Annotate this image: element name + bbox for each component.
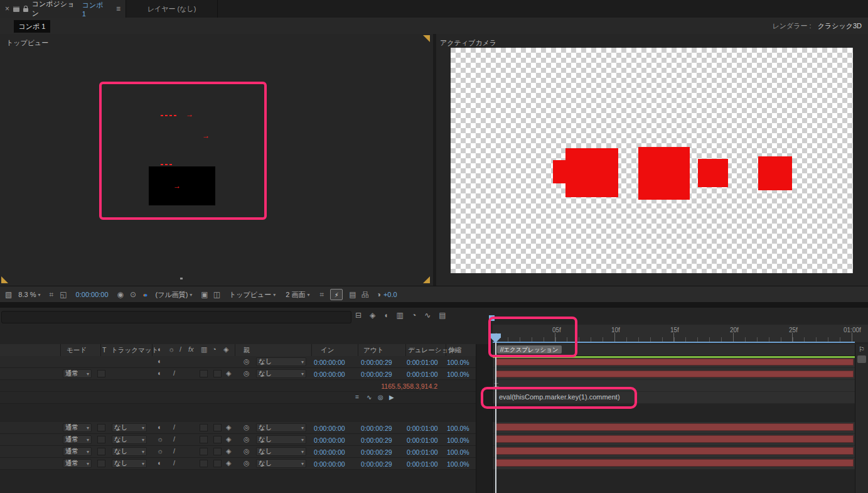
frame-blend-header-icon[interactable]: ▥ — [201, 346, 207, 353]
quality-switch-icon[interactable]: / — [173, 370, 175, 377]
show-channel-icon[interactable]: ●●● — [142, 291, 147, 298]
3d-switch-icon[interactable]: ◈ — [226, 448, 231, 455]
3d-switch-icon[interactable]: ◈ — [226, 424, 231, 431]
preserve-transparency-checkbox[interactable] — [97, 370, 105, 377]
stretch[interactable]: 100.0% — [447, 425, 469, 432]
frame-blend-checkbox[interactable] — [200, 370, 208, 377]
in-time[interactable]: 0:00:00:00 — [314, 448, 345, 456]
out-time[interactable]: 0:00:00:29 — [361, 371, 392, 378]
stretch[interactable]: 100.0% — [447, 371, 469, 378]
3d-switch-icon[interactable]: ◈ — [226, 436, 231, 443]
frame-blend-checkbox[interactable] — [200, 448, 208, 455]
expression-language-icon[interactable]: ▶ — [389, 394, 394, 401]
comp-marker-bin-icon[interactable]: ⚐ — [859, 345, 865, 354]
expression-pickwhip-icon[interactable]: ◎ — [378, 394, 383, 401]
red-square-layer[interactable] — [698, 159, 728, 187]
frame-blend-checkbox[interactable] — [200, 436, 208, 443]
col-trkmat[interactable]: トラックマット — [111, 346, 158, 355]
work-area-bar[interactable] — [493, 356, 855, 358]
layer-row-text[interactable]: 通常▾ ◖ / ◈ ◎ なし▾ 0:00:00:00 0:00:00:29 0:… — [0, 368, 476, 380]
motion-blur-checkbox[interactable] — [213, 460, 222, 467]
exposure-value[interactable]: +0.0 — [383, 291, 397, 298]
out-time[interactable]: 0:00:00:29 — [361, 448, 392, 456]
layer-row-square[interactable]: 通常▾ なし▾ ◖ / ◈ ◎ なし▾ 0:00:00:00 0:00:00:2… — [0, 422, 476, 434]
parent-pickwhip-icon[interactable]: ◎ — [244, 424, 250, 431]
in-time[interactable]: 0:00:00:00 — [314, 460, 345, 468]
frame-blend-checkbox[interactable] — [200, 424, 208, 431]
parent-select[interactable]: なし▾ — [256, 369, 306, 378]
layer-bar[interactable] — [496, 459, 854, 467]
trackmatte-select[interactable]: なし▾ — [112, 435, 147, 444]
tab-layer[interactable]: レイヤー (なし) — [126, 0, 218, 18]
trackmatte-select[interactable]: なし▾ — [112, 447, 147, 456]
position-property-row[interactable]: 1165.5,358.3,914.2 — [0, 380, 476, 392]
renderer-control[interactable]: レンダラー : クラシック3D — [772, 21, 862, 31]
parent-pickwhip-icon[interactable]: ◎ — [244, 370, 250, 377]
grid-guides-icon[interactable]: ⌗ — [50, 291, 54, 298]
composition-canvas[interactable] — [451, 48, 853, 273]
expression-graph-icon[interactable]: ∿ — [367, 394, 372, 401]
fast-previews-button[interactable]: ⚡ — [330, 289, 343, 300]
graph-editor-icon[interactable]: ∿ — [424, 312, 431, 319]
out-time[interactable]: 0:00:00:29 — [361, 425, 392, 432]
view-select[interactable]: トップビュー — [229, 290, 271, 300]
parent-pickwhip-icon[interactable]: ◎ — [244, 448, 250, 455]
parent-select[interactable]: なし▾ — [256, 447, 306, 456]
navigator-handle[interactable] — [489, 315, 495, 321]
col-t[interactable]: T — [102, 346, 106, 354]
timeline-button-icon[interactable]: ▤ — [349, 291, 356, 298]
preserve-transparency-checkbox[interactable] — [97, 448, 105, 455]
camera-icon[interactable] — [857, 355, 866, 363]
shy-switch-icon[interactable]: ◖ — [157, 358, 161, 365]
duration[interactable]: 0:00:01:00 — [407, 460, 438, 468]
col-mode[interactable]: モード — [67, 346, 87, 355]
layer-bar[interactable] — [496, 423, 854, 431]
col-parent[interactable]: 親 — [244, 346, 250, 355]
quality-switch-icon[interactable]: / — [173, 436, 175, 443]
stretch[interactable]: 100.0% — [447, 436, 469, 444]
red-square-layer[interactable] — [565, 148, 618, 197]
hide-shy-icon[interactable]: ◖ — [383, 312, 388, 319]
in-time[interactable]: 0:00:00:00 — [314, 436, 345, 444]
frame-blend-icon[interactable]: ▥ — [397, 312, 404, 319]
layer-bar[interactable] — [496, 359, 854, 366]
draft-3d-icon[interactable]: ◈ — [370, 312, 375, 319]
parent-select[interactable]: なし▾ — [256, 357, 306, 366]
mask-visibility-icon[interactable]: ◫ — [213, 291, 220, 298]
parent-pickwhip-icon[interactable]: ◎ — [244, 358, 250, 365]
blend-mode-select[interactable]: 通常▾ — [63, 369, 92, 378]
out-time[interactable]: 0:00:00:29 — [361, 359, 392, 366]
flowchart-icon[interactable]: 品 — [362, 291, 369, 298]
collapse-switch-icon[interactable]: ☼ — [157, 436, 163, 443]
show-snapshot-icon[interactable]: ⊙ — [130, 291, 136, 298]
motion-blur-checkbox[interactable] — [213, 436, 222, 443]
pixel-aspect-icon[interactable]: ⌗ — [320, 291, 324, 298]
shy-header-icon[interactable]: ◖ — [157, 346, 161, 353]
motion-blur-header-icon[interactable]: ◔ — [212, 346, 217, 353]
quality-switch-icon[interactable]: / — [173, 424, 175, 431]
trackmatte-select[interactable]: なし▾ — [112, 423, 147, 432]
parent-pickwhip-icon[interactable]: ◎ — [244, 460, 250, 467]
out-time[interactable]: 0:00:00:29 — [361, 436, 392, 444]
3d-switch-icon[interactable]: ◈ — [226, 460, 231, 467]
expression-text[interactable]: eval(thisComp.marker.key(1).comment) — [499, 393, 620, 401]
stretch[interactable]: 100.0% — [447, 448, 469, 456]
exposure-icon[interactable]: ◑ — [377, 291, 381, 298]
collapse-header-icon[interactable]: ☼ — [168, 346, 174, 353]
expression-property-row[interactable]: = ∿ ◎ ▶ — [0, 392, 476, 404]
3d-switch-icon[interactable]: ◈ — [226, 370, 231, 377]
navigator-bar[interactable] — [493, 342, 855, 343]
timeline-options-icon[interactable]: ▤ — [439, 312, 446, 319]
quality-switch-icon[interactable]: / — [173, 460, 175, 467]
quality-header-icon[interactable]: / — [179, 346, 181, 353]
layer-row-square[interactable]: 通常▾ なし▾ ☼ / ◈ ◎ なし▾ 0:00:00:00 0:00:00:2… — [0, 434, 476, 446]
motion-blur-icon[interactable]: ◔ — [412, 312, 416, 319]
current-time-display[interactable]: 0:00:00:00 — [76, 291, 109, 298]
in-time[interactable]: 0:00:00:00 — [314, 371, 345, 378]
blend-mode-select[interactable]: 通常▾ — [63, 423, 92, 432]
view-layout-select[interactable]: 2 画面 — [286, 290, 305, 300]
frame-blend-checkbox[interactable] — [200, 460, 208, 467]
quality-switch-icon[interactable]: / — [173, 448, 175, 455]
parent-select[interactable]: なし▾ — [256, 423, 306, 432]
collapse-switch-icon[interactable]: ☼ — [157, 448, 163, 455]
